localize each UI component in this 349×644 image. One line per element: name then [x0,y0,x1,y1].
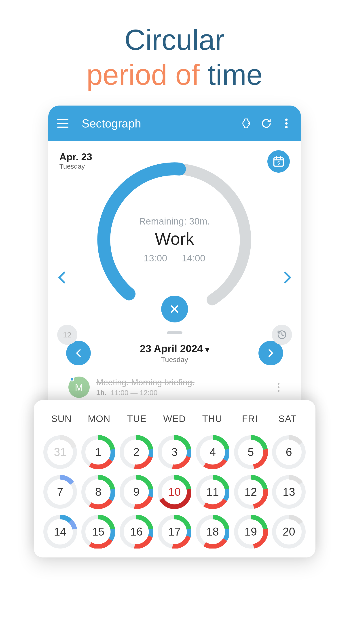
calendar-day[interactable]: 18 [196,515,230,548]
day-number: 13 [282,486,295,498]
calendar-day[interactable]: 2 [120,435,153,469]
weekday-fri: FRI [231,414,269,424]
calendar-day[interactable]: 15 [82,515,115,548]
menu-icon[interactable] [57,119,68,128]
day-number: 2 [133,446,140,459]
day-number: 17 [168,525,181,538]
date-navigator: 23 April 2024 Tuesday [57,338,292,372]
hero-word-1: Circular [124,24,225,56]
current-date: Apr. 23 Tuesday [60,152,92,170]
calendar-day[interactable]: 12 [234,475,268,509]
calendar-month-sheet: SUN MON TUE WED THU FRI SAT 311234567891… [34,400,316,558]
weekday-sun: SUN [43,414,80,424]
event-subtitle: 1h. 11:00 — 12:00 [96,389,268,397]
calendar-day[interactable]: 17 [158,515,191,548]
weekday-wed: WED [156,414,194,424]
svg-text:5: 5 [277,160,280,166]
day-number: 14 [54,525,66,538]
full-weekday: Tuesday [140,356,209,364]
watch-sync-icon[interactable] [240,118,252,129]
calendar-day[interactable]: 20 [272,515,306,548]
calendar-day[interactable]: 9 [120,475,153,509]
weekday-tue: TUE [118,414,156,424]
day-number: 10 [168,486,181,498]
calendar-fab[interactable]: 5 [268,150,290,173]
calendar-day[interactable]: 5 [234,435,268,469]
calendar-day[interactable]: 3 [158,435,191,469]
task-name: Work [155,229,194,248]
event-status-dot-icon [70,377,74,382]
refresh-icon[interactable] [261,118,272,129]
day-number: 18 [206,525,219,538]
app-bar: Sectograph [48,106,301,141]
overflow-menu-icon[interactable] [281,118,292,129]
prev-event-button[interactable] [57,271,66,284]
calendar-day[interactable]: 4 [196,435,230,469]
day-number: 15 [92,525,105,538]
date-short: Apr. 23 [60,152,92,162]
day-number: 1 [95,446,101,459]
remaining-label: Remaining: 30m. [139,216,210,227]
calendar-day[interactable]: 14 [43,515,77,548]
app-title: Sectograph [82,117,240,130]
hour-mode-label: 12 [63,330,72,339]
day-number: 6 [286,446,292,459]
event-title: Meeting. Morning briefing. [96,378,268,387]
day-number: 3 [172,446,178,459]
weekday-header: SUN MON TUE WED THU FRI SAT [43,414,306,424]
day-number: 31 [54,446,66,459]
hour-mode-button[interactable]: 12 [57,325,77,345]
close-button[interactable] [161,296,188,322]
day-number: 4 [210,446,216,459]
day-number: 9 [133,486,140,498]
calendar-day[interactable]: 1 [82,435,115,469]
event-text: Meeting. Morning briefing. 1h. 11:00 — 1… [96,378,268,397]
history-button[interactable] [272,325,292,345]
next-event-button[interactable] [283,271,292,284]
calendar-grid: 311234567891011121314151617181920 [43,435,306,548]
calendar-day[interactable]: 19 [234,515,268,548]
hero-word-2: period of [86,58,200,91]
calendar-day[interactable]: 11 [196,475,230,509]
event-badge: M [68,376,90,398]
task-time-range: 13:00 — 14:00 [144,253,206,264]
day-number: 8 [95,486,101,498]
event-badge-letter: M [75,382,83,393]
weekday-thu: THU [194,414,231,424]
drag-handle[interactable] [167,332,182,334]
full-date: 23 April 2024 [140,342,209,355]
calendar-day[interactable]: 6 [272,435,306,469]
calendar-day[interactable]: 7 [43,475,77,509]
calendar-day[interactable]: 10 [158,475,191,509]
app-frame: Sectograph Apr. 23 Tuesday 5 [48,106,301,414]
calendar-day[interactable]: 31 [43,435,77,469]
day-number: 11 [206,486,219,498]
calendar-day[interactable]: 8 [82,475,115,509]
progress-ring: 30m Remaining: 30m. Work 13:00 — 14:00 [94,159,255,320]
day-number: 20 [282,525,295,538]
calendar-day[interactable]: 13 [272,475,306,509]
appbar-actions [240,118,292,129]
weekday-mon: MON [80,414,118,424]
day-number: 12 [244,486,257,498]
weekday: Tuesday [60,162,92,170]
event-more-icon[interactable] [274,378,283,396]
day-number: 5 [248,446,254,459]
day-number: 16 [130,525,143,538]
event-time: 11:00 — 12:00 [111,389,158,397]
hero-title: Circular period of time [86,22,263,92]
calendar-day[interactable]: 16 [120,515,153,548]
day-number: 19 [244,525,257,538]
main-card: Apr. 23 Tuesday 5 30m Remaining: 30m. Wo… [48,141,301,414]
hero-word-3: time [208,58,263,91]
day-number: 7 [57,486,63,498]
weekday-sat: SAT [269,414,306,424]
event-duration: 1h. [96,389,107,397]
svg-point-2 [285,126,288,128]
svg-point-1 [285,122,288,125]
svg-point-0 [285,118,288,121]
date-picker-trigger[interactable]: 23 April 2024 Tuesday [140,342,209,364]
